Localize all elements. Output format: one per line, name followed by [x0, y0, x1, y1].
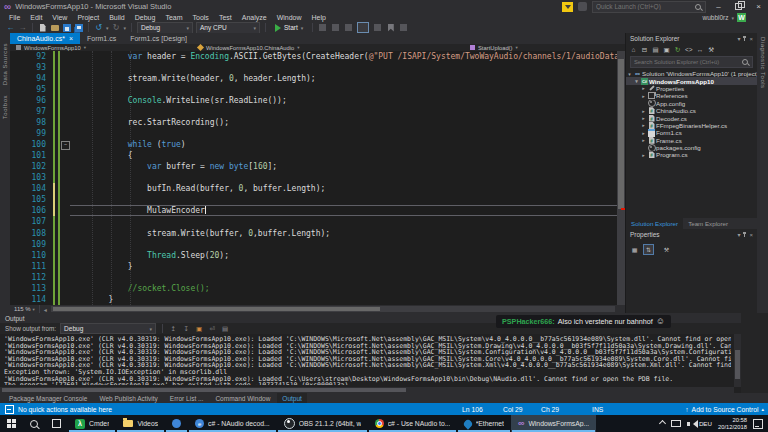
scroll-left-arrow-icon[interactable]: ◂: [44, 306, 47, 313]
expander-icon[interactable]: ▸: [640, 152, 647, 158]
show-all-files-icon[interactable]: ▣: [663, 46, 670, 54]
pin-icon[interactable]: [744, 36, 745, 41]
line-number[interactable]: 98: [10, 117, 53, 128]
taskbar-search-button[interactable]: [23, 415, 45, 432]
save-all-icon[interactable]: [74, 23, 83, 33]
taskbar-app-browser[interactable]: ec# - NAudio decod...: [188, 415, 277, 432]
line-number[interactable]: 110: [10, 250, 53, 261]
taskbar-app-discord[interactable]: [165, 415, 188, 432]
language-indicator[interactable]: DEU: [699, 420, 712, 427]
menu-debug[interactable]: Debug: [130, 14, 161, 21]
data-sources-tab[interactable]: Data Sources: [2, 43, 8, 85]
clock[interactable]: 20:5820/12/2018: [718, 417, 747, 430]
view-code-icon[interactable]: <>: [685, 46, 693, 54]
line-number[interactable]: 100: [10, 139, 53, 150]
menu-view[interactable]: View: [47, 14, 72, 21]
menu-tools[interactable]: Tools: [188, 14, 214, 21]
line-number[interactable]: 112: [10, 272, 53, 283]
taskbar-app-chrome[interactable]: c# - Use NAudio to...: [368, 415, 457, 432]
line-number[interactable]: 99: [10, 128, 53, 139]
tree-item[interactable]: ▸#FFmpegBinariesHelper.cs: [626, 122, 757, 129]
taskbar-app-cmder[interactable]: λCmder: [68, 415, 116, 432]
refresh-icon[interactable]: ↻: [674, 46, 681, 54]
tree-item[interactable]: ▸#ChinaAudio.cs: [626, 107, 757, 114]
tree-item[interactable]: ▸#Decoder.cs: [626, 114, 757, 121]
show-threads-icon[interactable]: [357, 23, 369, 33]
expander-icon[interactable]: ▸: [640, 122, 647, 128]
start-debug-button[interactable]: Start ▾: [271, 24, 307, 32]
tree-item[interactable]: ▸Form1.cs: [626, 129, 757, 136]
clear-all-icon[interactable]: ▣: [195, 325, 203, 333]
quick-launch-field[interactable]: [593, 3, 695, 10]
attach-icon[interactable]: [373, 23, 382, 33]
toolbox-tab[interactable]: Toolbox: [2, 95, 8, 119]
close-button[interactable]: ×: [751, 1, 766, 12]
home-icon[interactable]: ⌂: [630, 46, 637, 54]
fold-margin[interactable]: [60, 294, 70, 305]
panel-tab-command-window[interactable]: Command Window: [210, 393, 275, 403]
fold-margin[interactable]: [60, 194, 70, 205]
fold-margin[interactable]: [60, 95, 70, 106]
expander-icon[interactable]: ▾: [633, 78, 640, 84]
tray-chevron-icon[interactable]: [659, 420, 666, 427]
close-icon[interactable]: ×: [749, 232, 753, 238]
fold-margin[interactable]: [60, 216, 70, 227]
line-number[interactable]: 106: [10, 205, 53, 216]
wrench-icon[interactable]: ⚒: [708, 46, 715, 54]
task-view-button[interactable]: [45, 415, 68, 432]
tree-item[interactable]: ▸Properties: [626, 85, 757, 92]
menu-build[interactable]: Build: [104, 14, 130, 21]
fold-margin[interactable]: [60, 250, 70, 261]
line-number[interactable]: 108: [10, 228, 53, 239]
member-dropdown[interactable]: StartUpload()▾: [464, 45, 524, 51]
sync-icon[interactable]: ↔: [697, 46, 704, 54]
line-number[interactable]: 102: [10, 161, 53, 172]
editor-tab[interactable]: Form1.cs [Design]: [123, 33, 194, 44]
type-dropdown[interactable]: WindowsFormsApp10.ChinaAudio▾: [192, 45, 464, 51]
line-number[interactable]: 92: [10, 51, 53, 62]
fold-margin[interactable]: [60, 51, 70, 62]
fold-margin[interactable]: [60, 117, 70, 128]
menu-window[interactable]: Window: [272, 14, 307, 21]
zoom-level-dropdown[interactable]: 115 % ▾: [10, 305, 40, 313]
fold-margin[interactable]: [60, 283, 70, 294]
menu-file[interactable]: File: [4, 14, 25, 21]
line-number[interactable]: 95: [10, 84, 53, 95]
panel-tab-output[interactable]: Output: [277, 393, 307, 403]
tree-item[interactable]: ▸References: [626, 92, 757, 99]
fold-margin[interactable]: [60, 205, 70, 216]
solution-root-item[interactable]: ▾∞Solution 'WindowsFormsApp10' (1 projec…: [626, 70, 757, 77]
properties-icon[interactable]: ▤: [652, 46, 659, 54]
panel-tab-web-publish-activity[interactable]: Web Publish Activity: [94, 393, 162, 403]
fold-margin[interactable]: [60, 73, 70, 84]
solution-search-field[interactable]: [631, 59, 742, 65]
line-number[interactable]: 113: [10, 283, 53, 294]
collapse-all-icon[interactable]: ⊟: [641, 46, 648, 54]
pin-icon[interactable]: [744, 232, 745, 237]
output-source-dropdown[interactable]: Debug▾: [60, 323, 156, 334]
misc-icon[interactable]: [399, 23, 408, 33]
fold-margin[interactable]: [60, 239, 70, 250]
project-dropdown[interactable]: WindowsFormsApp10▾: [10, 45, 192, 51]
fold-margin[interactable]: [60, 261, 70, 272]
editor-horizontal-scrollbar[interactable]: [51, 306, 615, 312]
output-log[interactable]: 'WindowsFormsApp10.exe' (CLR v4.0.30319:…: [4, 336, 731, 385]
expander-icon[interactable]: ▸: [640, 130, 647, 136]
chevron-down-icon[interactable]: ▾: [737, 35, 740, 42]
line-number[interactable]: 109: [10, 239, 53, 250]
fold-margin[interactable]: [60, 228, 70, 239]
diagnostic-tools-tab[interactable]: Diagnostic Tools: [760, 37, 766, 317]
line-number[interactable]: 107: [10, 216, 53, 227]
fold-margin[interactable]: [60, 128, 70, 139]
diagnostics-icon[interactable]: [331, 23, 340, 33]
output-vertical-scrollbar[interactable]: [734, 334, 741, 387]
line-number[interactable]: 94: [10, 73, 53, 84]
expander-icon[interactable]: ▾: [626, 71, 633, 77]
user-account[interactable]: wubbl0rz ▾ W: [702, 13, 768, 22]
chevron-down-icon[interactable]: ▾: [124, 25, 127, 31]
expander-icon[interactable]: ▸: [640, 137, 647, 143]
add-to-source-control-button[interactable]: ↑ Add to Source Control ▴: [685, 406, 764, 413]
expander-icon[interactable]: ▸: [640, 108, 647, 114]
quick-launch-input[interactable]: [592, 1, 706, 13]
solution-configuration-dropdown[interactable]: Debug▾: [137, 22, 193, 34]
